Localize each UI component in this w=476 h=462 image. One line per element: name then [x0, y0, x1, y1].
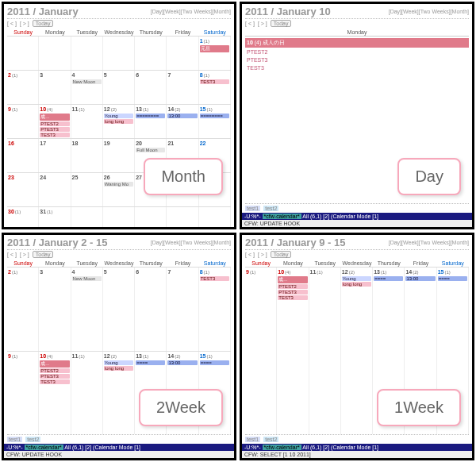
calendar-event[interactable]: ==== — [374, 276, 403, 281]
calendar-cell[interactable]: 9(1) — [245, 268, 277, 434]
calendar-cell[interactable]: 2(1) — [7, 71, 39, 104]
calendar-event[interactable]: Young — [104, 360, 133, 365]
calendar-cell[interactable]: 26Waning Mo — [103, 173, 135, 206]
nav-next[interactable]: [ > ] — [258, 21, 267, 26]
calendar-event[interactable]: PTEST2 — [40, 121, 69, 126]
calendar-cell[interactable] — [135, 37, 167, 70]
calendar-event[interactable]: TEST3 — [200, 79, 229, 84]
view-tabs[interactable]: [Day][Week][Two Weeks][Month] — [151, 240, 231, 245]
today-button[interactable]: Today — [33, 20, 54, 27]
calendar-event[interactable]: 成... — [278, 276, 307, 283]
calendar-cell[interactable]: 7 — [167, 268, 198, 351]
calendar-event[interactable]: 13:00 — [167, 360, 197, 365]
calendar-event[interactable]: PTEST3 — [278, 290, 307, 295]
calendar-cell[interactable]: 2(1) — [7, 268, 39, 351]
nav-prev[interactable]: [ < ] — [7, 21, 17, 26]
month-grid[interactable]: 1(1)元旦2(1)34New Moon5678(1)TEST39(1)10(4… — [7, 36, 231, 229]
calendar-cell[interactable]: 9(1) — [7, 105, 39, 138]
today-button[interactable]: Today — [33, 251, 54, 258]
calendar-cell[interactable]: 3 — [39, 268, 71, 351]
calendar-event[interactable]: long long — [104, 366, 133, 371]
today-button[interactable]: Today — [271, 20, 292, 27]
calendar-event[interactable]: ==== — [438, 276, 467, 281]
calendar-event[interactable]: TEST3 — [278, 295, 307, 300]
calendar-cell[interactable]: 8(1)TEST3 — [199, 268, 231, 351]
calendar-event[interactable]: PTEST2 — [40, 368, 69, 373]
calendar-event[interactable]: New Moon — [72, 79, 102, 84]
calendar-event[interactable]: ======== — [136, 114, 165, 118]
footer-chip-test2[interactable]: test2 — [263, 206, 278, 211]
nav-next[interactable]: [ > ] — [20, 252, 29, 257]
calendar-event[interactable]: 成... — [40, 114, 69, 121]
calendar-cell[interactable] — [199, 207, 231, 229]
view-tabs[interactable]: [Day][Week][Two Weeks][Month] — [151, 9, 231, 14]
calendar-event[interactable]: long long — [104, 119, 133, 124]
nav-next[interactable]: [ > ] — [20, 21, 29, 26]
calendar-cell[interactable] — [103, 207, 135, 229]
calendar-cell[interactable] — [71, 37, 103, 70]
calendar-cell[interactable]: 1(1)元旦 — [199, 37, 231, 70]
calendar-event[interactable]: PTEST2 — [278, 284, 307, 289]
calendar-event[interactable]: 13:00 — [405, 276, 435, 281]
calendar-event[interactable]: Young — [104, 114, 133, 118]
calendar-cell[interactable]: 4New Moon — [71, 268, 103, 351]
nav-prev[interactable]: [ < ] — [245, 252, 255, 257]
view-tabs[interactable]: [Day][Week][Two Weeks][Month] — [389, 240, 469, 245]
calendar-cell[interactable] — [39, 37, 71, 70]
calendar-cell[interactable] — [103, 37, 135, 70]
calendar-cell[interactable]: 24 — [39, 173, 71, 206]
calendar-cell[interactable]: 12(2)Younglong long — [341, 268, 373, 434]
calendar-cell[interactable]: 11(1) — [309, 268, 341, 434]
calendar-cell[interactable] — [167, 207, 198, 229]
calendar-cell[interactable]: 12(2)Younglong long — [103, 352, 135, 435]
calendar-cell[interactable]: 30(1) — [7, 207, 39, 229]
calendar-event[interactable]: TEST3 — [200, 276, 229, 281]
calendar-cell[interactable]: 31(1) — [39, 207, 71, 229]
calendar-event[interactable]: ==== — [200, 360, 229, 365]
calendar-cell[interactable]: 5 — [103, 268, 135, 351]
calendar-cell[interactable]: 14(2)13:00 — [167, 105, 198, 138]
calendar-event[interactable]: Waning Mo — [104, 182, 133, 187]
calendar-cell[interactable]: 25 — [71, 173, 103, 206]
calendar-cell[interactable] — [167, 37, 198, 70]
nav-prev[interactable]: [ < ] — [7, 252, 17, 257]
calendar-cell[interactable]: 17 — [39, 139, 71, 172]
footer-chip-test1[interactable]: test1 — [7, 437, 22, 442]
calendar-cell[interactable]: 8(1)TEST3 — [199, 71, 231, 104]
calendar-cell[interactable]: 3 — [39, 71, 71, 104]
calendar-cell[interactable]: 16 — [7, 139, 39, 172]
calendar-cell[interactable]: 5 — [103, 71, 135, 104]
calendar-cell[interactable]: 7 — [167, 71, 198, 104]
calendar-event[interactable]: 元旦 — [200, 45, 229, 52]
footer-chip-test1[interactable]: test1 — [245, 437, 260, 442]
calendar-cell[interactable]: 13(1)======== — [135, 105, 167, 138]
calendar-cell[interactable]: 10(4)成...PTEST2PTEST3TEST3 — [39, 105, 71, 138]
calendar-cell[interactable]: 18 — [71, 139, 103, 172]
calendar-event[interactable]: 成... — [40, 360, 69, 368]
nav-next[interactable]: [ > ] — [258, 252, 267, 257]
calendar-cell[interactable] — [71, 207, 103, 229]
day-event[interactable]: PTEST2 — [245, 48, 469, 56]
calendar-cell[interactable]: 10(4)成...PTEST2PTEST3TEST3 — [277, 268, 309, 434]
calendar-cell[interactable]: 15(1)======== — [199, 105, 231, 138]
calendar-cell[interactable]: 6 — [135, 71, 167, 104]
calendar-event[interactable]: ==== — [136, 360, 165, 365]
today-button[interactable]: Today — [271, 251, 292, 258]
calendar-cell[interactable] — [135, 207, 167, 229]
calendar-event[interactable]: TEST3 — [40, 133, 69, 137]
calendar-event[interactable]: Young — [342, 276, 371, 281]
calendar-cell[interactable]: 10(4)成...PTEST2PTEST3TEST3 — [39, 352, 71, 435]
calendar-event[interactable]: ======== — [200, 114, 229, 118]
calendar-event[interactable]: PTEST3 — [40, 374, 69, 379]
calendar-cell[interactable]: 23 — [7, 173, 39, 206]
calendar-cell[interactable]: 12(2)Younglong long — [103, 105, 135, 138]
day-event[interactable]: PTEST3 — [245, 56, 469, 64]
calendar-event[interactable]: long long — [342, 282, 371, 287]
nav-prev[interactable]: [ < ] — [245, 21, 255, 26]
calendar-event[interactable]: TEST3 — [40, 379, 69, 384]
calendar-event[interactable]: New Moon — [72, 276, 102, 281]
calendar-cell[interactable]: 11(1) — [71, 105, 103, 138]
footer-chip-test1[interactable]: test1 — [245, 206, 260, 211]
calendar-event[interactable]: PTEST3 — [40, 127, 69, 132]
calendar-cell[interactable]: 4New Moon — [71, 71, 103, 104]
